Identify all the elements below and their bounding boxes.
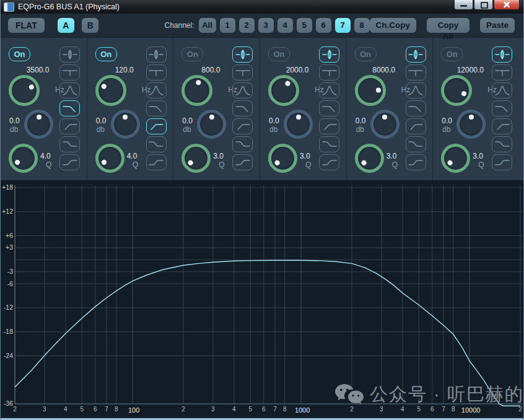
svg-text:10000: 10000 bbox=[461, 406, 481, 414]
shelf-down-filter-button[interactable] bbox=[146, 136, 167, 152]
q-unit-label: Q bbox=[305, 160, 311, 169]
preset-a-button[interactable]: A bbox=[58, 18, 74, 33]
channel-button-8[interactable]: 8 bbox=[354, 18, 370, 33]
shelf-up-filter-button[interactable] bbox=[232, 154, 253, 170]
low-pass-icon bbox=[321, 103, 338, 114]
channel-button-6[interactable]: 6 bbox=[316, 18, 331, 33]
high-pass-filter-button[interactable] bbox=[232, 118, 253, 134]
channel-button-2[interactable]: 2 bbox=[239, 18, 255, 33]
low-pass-filter-button[interactable] bbox=[146, 100, 167, 116]
gain-unit-label: db bbox=[442, 125, 450, 134]
svg-text:-18: -18 bbox=[4, 328, 13, 335]
maximize-button[interactable] bbox=[474, 0, 493, 10]
gain-knob[interactable] bbox=[197, 110, 226, 139]
band-on-button[interactable]: On bbox=[268, 47, 290, 61]
gain-knob[interactable] bbox=[111, 110, 140, 139]
notch-filter-button[interactable] bbox=[146, 64, 167, 81]
q-knob[interactable] bbox=[441, 144, 470, 173]
channel-button-3[interactable]: 3 bbox=[258, 18, 274, 33]
peak-bell-filter-button[interactable] bbox=[59, 46, 80, 63]
shelf-up-filter-button[interactable] bbox=[146, 154, 167, 170]
minimize-button[interactable] bbox=[454, 0, 473, 10]
frequency-knob[interactable] bbox=[355, 75, 386, 106]
low-pass-filter-button[interactable] bbox=[59, 100, 80, 116]
notch-filter-button[interactable] bbox=[492, 64, 512, 81]
shelf-down-filter-button[interactable] bbox=[232, 136, 253, 152]
high-pass-icon bbox=[148, 121, 164, 132]
gain-knob[interactable] bbox=[370, 110, 400, 139]
low-pass-filter-button[interactable] bbox=[232, 100, 253, 116]
band-pass-filter-button[interactable] bbox=[319, 82, 339, 98]
low-pass-filter-button[interactable] bbox=[319, 100, 339, 116]
preset-b-button[interactable]: B bbox=[82, 18, 98, 33]
high-pass-filter-button[interactable] bbox=[59, 118, 80, 134]
shelf-down-filter-button[interactable] bbox=[319, 136, 339, 152]
band-pass-filter-button[interactable] bbox=[146, 82, 167, 98]
maximize-icon bbox=[481, 2, 488, 9]
shelf-up-filter-button[interactable] bbox=[319, 154, 339, 170]
band-pass-filter-button[interactable] bbox=[59, 82, 80, 98]
peak-bell-filter-button[interactable] bbox=[406, 46, 426, 63]
notch-filter-button[interactable] bbox=[406, 64, 426, 81]
band-on-button[interactable]: On bbox=[181, 47, 203, 61]
notch-filter-button[interactable] bbox=[319, 64, 339, 81]
band-on-button[interactable]: On bbox=[95, 47, 117, 61]
peak-bell-filter-button[interactable] bbox=[319, 46, 339, 63]
q-knob[interactable] bbox=[355, 144, 384, 173]
shelf-down-filter-button[interactable] bbox=[59, 136, 80, 152]
notch-icon bbox=[62, 67, 78, 78]
band-on-button[interactable]: On bbox=[9, 47, 30, 61]
gain-knob[interactable] bbox=[456, 110, 486, 139]
band-pass-filter-button[interactable] bbox=[232, 82, 253, 98]
ch-copy-button[interactable]: Ch.Copy bbox=[370, 18, 417, 33]
band-on-button[interactable]: On bbox=[355, 47, 377, 61]
peak-bell-filter-button[interactable] bbox=[492, 46, 512, 63]
band-on-button[interactable]: On bbox=[441, 47, 463, 61]
frequency-knob[interactable] bbox=[441, 75, 472, 106]
band-pass-filter-button[interactable] bbox=[492, 82, 512, 98]
gain-knob[interactable] bbox=[284, 110, 313, 139]
high-pass-filter-button[interactable] bbox=[492, 118, 512, 134]
band-q-value: 3.0 bbox=[386, 152, 397, 160]
shelf-up-filter-button[interactable] bbox=[406, 154, 426, 170]
q-knob[interactable] bbox=[181, 144, 211, 173]
band-frequency-value: 2000.0 bbox=[273, 66, 322, 74]
copy-paste-buttons: Ch.CopyCopy AllPaste bbox=[370, 18, 515, 33]
shelf-up-filter-button[interactable] bbox=[59, 154, 80, 170]
shelf-down-filter-button[interactable] bbox=[406, 136, 426, 152]
notch-filter-button[interactable] bbox=[59, 64, 80, 81]
channel-button-7[interactable]: 7 bbox=[335, 18, 351, 33]
channel-button-5[interactable]: 5 bbox=[297, 18, 312, 33]
peak-bell-filter-button[interactable] bbox=[146, 46, 167, 63]
copy-all-button[interactable]: Copy All bbox=[427, 18, 469, 33]
frequency-knob[interactable] bbox=[95, 75, 126, 106]
high-pass-filter-button[interactable] bbox=[146, 118, 167, 134]
close-button[interactable] bbox=[494, 0, 520, 10]
shelf-down-icon bbox=[321, 139, 338, 150]
titlebar[interactable]: EQPro-G6 BUS A1 (Physical) bbox=[1, 0, 523, 14]
low-pass-filter-button[interactable] bbox=[492, 100, 512, 116]
frequency-knob[interactable] bbox=[181, 75, 212, 106]
high-pass-filter-button[interactable] bbox=[406, 118, 426, 134]
low-pass-filter-button[interactable] bbox=[406, 100, 426, 116]
gain-knob[interactable] bbox=[24, 110, 53, 139]
frequency-knob[interactable] bbox=[268, 75, 299, 106]
paste-button[interactable]: Paste bbox=[480, 18, 515, 33]
high-pass-filter-button[interactable] bbox=[319, 118, 339, 134]
channel-button-1[interactable]: 1 bbox=[220, 18, 235, 33]
notch-filter-button[interactable] bbox=[232, 64, 253, 81]
shelf-up-filter-button[interactable] bbox=[492, 154, 512, 170]
eq-band-1: On 3500.0 Hz 0.0 db 4.0 Q bbox=[1, 38, 87, 180]
channel-button-all[interactable]: All bbox=[199, 18, 216, 33]
band-pass-filter-button[interactable] bbox=[406, 82, 426, 98]
peak-bell-icon bbox=[62, 49, 78, 60]
knob-indicator-dot bbox=[196, 80, 201, 85]
frequency-knob[interactable] bbox=[9, 75, 40, 106]
peak-bell-filter-button[interactable] bbox=[232, 46, 253, 63]
q-knob[interactable] bbox=[95, 144, 124, 173]
channel-button-4[interactable]: 4 bbox=[277, 18, 293, 33]
shelf-down-filter-button[interactable] bbox=[492, 136, 512, 152]
q-knob[interactable] bbox=[268, 144, 297, 173]
flat-button[interactable]: FLAT bbox=[8, 18, 45, 33]
q-knob[interactable] bbox=[9, 144, 38, 173]
